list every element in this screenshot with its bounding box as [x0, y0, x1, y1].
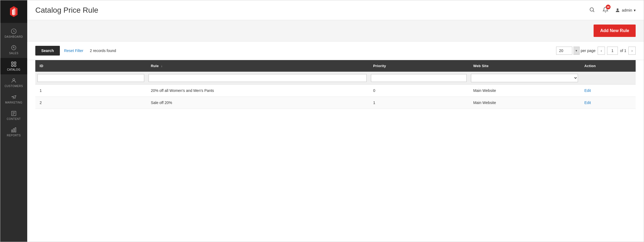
- filter-id-input[interactable]: [37, 74, 144, 82]
- cell-website: Main Website: [469, 85, 580, 97]
- col-header-website: Web Site: [469, 60, 580, 72]
- sidebar-item-dashboard-label: DASHBOARD: [5, 35, 23, 38]
- main-content: Catalog Price Rule 38 ad: [27, 0, 644, 242]
- sidebar-item-content-label: CONTENT: [7, 117, 21, 120]
- marketing-icon: [11, 94, 17, 100]
- svg-rect-9: [12, 65, 13, 66]
- per-page-label: per page: [581, 49, 595, 53]
- current-page-input[interactable]: [607, 47, 618, 55]
- header-actions: 38 admin ▾: [588, 6, 636, 15]
- cell-id: 2: [35, 97, 146, 109]
- col-header-id: ID: [35, 60, 146, 72]
- svg-point-21: [617, 8, 619, 10]
- user-menu-button[interactable]: admin ▾: [615, 8, 636, 13]
- search-icon: [589, 7, 595, 13]
- reports-icon: [11, 127, 17, 133]
- svg-rect-7: [12, 62, 13, 64]
- magento-logo-icon: [7, 5, 20, 18]
- user-menu-arrow-icon: ▾: [634, 8, 636, 12]
- table-filter-row: Main Website: [35, 72, 636, 85]
- pagination-controls: ▾ per page ‹ of 1 ›: [556, 47, 636, 55]
- filter-priority-input[interactable]: [371, 74, 467, 82]
- user-name-label: admin: [622, 8, 632, 12]
- cell-id: 1: [35, 85, 146, 97]
- reset-filter-button[interactable]: Reset Filter: [64, 49, 84, 53]
- dashboard-icon: [11, 28, 17, 34]
- cell-action: Edit: [580, 85, 636, 97]
- sidebar-item-marketing[interactable]: MARKETING: [0, 91, 27, 107]
- table-row: 2 Sale off 20% 1 Main Website Edit: [35, 97, 636, 109]
- notifications-button[interactable]: 38: [601, 6, 609, 15]
- sidebar-item-reports[interactable]: REPORTS: [0, 124, 27, 140]
- sidebar-item-sales[interactable]: SALES: [0, 42, 27, 58]
- edit-button[interactable]: Edit: [584, 101, 591, 105]
- next-page-button[interactable]: ›: [628, 47, 636, 55]
- data-table-container: ID Rule ↓ Priority Web Site Action: [27, 60, 644, 242]
- cell-priority: 0: [369, 85, 469, 97]
- page-of-label: of 1: [620, 49, 626, 53]
- col-header-priority: Priority: [369, 60, 469, 72]
- svg-point-11: [13, 79, 15, 81]
- sidebar: DASHBOARD SALES CATALOG CUSTOMERS MARKE: [0, 0, 27, 242]
- sales-icon: [11, 45, 17, 51]
- sidebar-item-sales-label: SALES: [9, 52, 19, 55]
- sidebar-item-customers[interactable]: CUSTOMERS: [0, 74, 27, 91]
- svg-line-20: [593, 11, 594, 12]
- page-toolbar: Add New Rule: [27, 20, 644, 42]
- cell-rule: 20% off all Women's and Men's Pants: [146, 85, 369, 97]
- svg-point-19: [590, 8, 594, 11]
- add-new-rule-button[interactable]: Add New Rule: [594, 25, 636, 37]
- cell-rule: Sale off 20%: [146, 97, 369, 109]
- per-page-selector: ▾ per page: [556, 47, 595, 55]
- records-found-label: 2 records found: [90, 49, 116, 53]
- table-row: 1 20% off all Women's and Men's Pants 0 …: [35, 85, 636, 97]
- cell-action: Edit: [580, 97, 636, 109]
- per-page-input[interactable]: [556, 47, 572, 55]
- svg-rect-16: [12, 130, 13, 132]
- catalog-icon: [11, 61, 17, 67]
- per-page-dropdown-button[interactable]: ▾: [573, 47, 580, 55]
- svg-rect-8: [14, 62, 16, 64]
- cell-website: Main Website: [469, 97, 580, 109]
- filter-rule-input[interactable]: [149, 74, 367, 82]
- notification-badge: 38: [606, 5, 611, 9]
- sidebar-item-customers-label: CUSTOMERS: [5, 85, 23, 88]
- content-icon: [11, 110, 17, 116]
- col-header-action: Action: [580, 60, 636, 72]
- sidebar-item-catalog-label: CATALOG: [7, 68, 20, 71]
- search-button[interactable]: Search: [35, 46, 60, 56]
- sidebar-item-marketing-label: MARKETING: [5, 101, 22, 104]
- header-search-button[interactable]: [588, 6, 596, 15]
- edit-button[interactable]: Edit: [584, 88, 591, 93]
- page-header: Catalog Price Rule 38 ad: [27, 0, 644, 20]
- sidebar-item-content[interactable]: CONTENT: [0, 107, 27, 124]
- sort-arrow-icon: ↓: [161, 64, 163, 68]
- sidebar-item-catalog[interactable]: CATALOG: [0, 58, 27, 74]
- customers-icon: [11, 78, 17, 84]
- table-header-row: ID Rule ↓ Priority Web Site Action: [35, 60, 636, 72]
- sidebar-logo: [0, 0, 27, 23]
- svg-marker-2: [14, 8, 15, 15]
- sidebar-item-reports-label: REPORTS: [7, 134, 21, 137]
- prev-page-button[interactable]: ‹: [598, 47, 605, 55]
- col-header-rule[interactable]: Rule ↓: [146, 60, 369, 72]
- svg-rect-17: [13, 129, 14, 132]
- cell-priority: 1: [369, 97, 469, 109]
- sidebar-item-dashboard[interactable]: DASHBOARD: [0, 25, 27, 42]
- table-body: Main Website 1 20% off all Women's and M…: [35, 72, 636, 109]
- filter-website-select[interactable]: Main Website: [471, 74, 578, 82]
- user-avatar-icon: [615, 8, 620, 13]
- page-title: Catalog Price Rule: [35, 6, 98, 15]
- svg-rect-10: [14, 65, 16, 66]
- catalog-price-rule-table: ID Rule ↓ Priority Web Site Action: [35, 60, 636, 109]
- filter-pagination-row: Search Reset Filter 2 records found ▾ pe…: [27, 42, 644, 60]
- svg-rect-18: [15, 128, 16, 132]
